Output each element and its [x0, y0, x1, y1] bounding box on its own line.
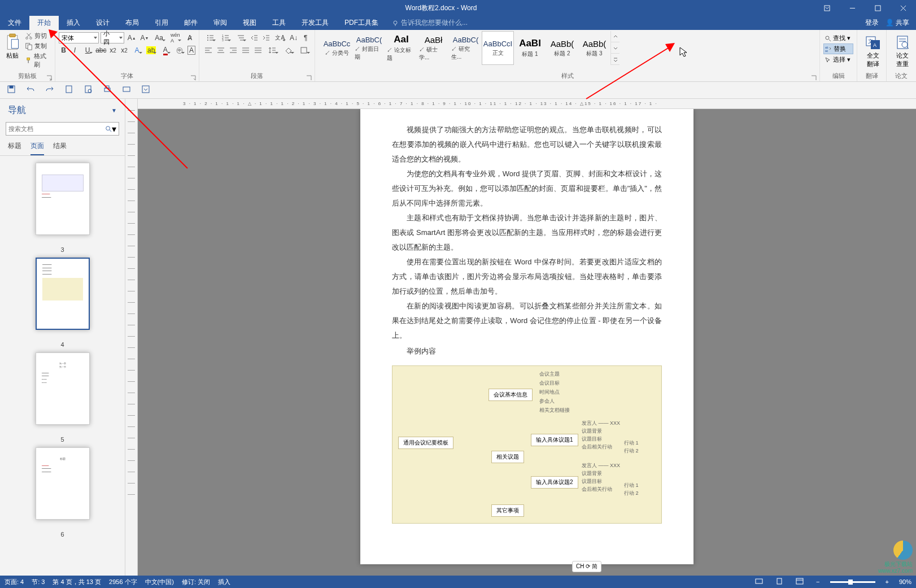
status-language[interactable]: 中文(中国) [145, 578, 174, 586]
styles-expand[interactable] [611, 54, 620, 65]
style-item-7[interactable]: AaBb(标题 2 [546, 31, 578, 65]
nav-search-icon-button[interactable]: ▾ [105, 124, 116, 134]
align-center-button[interactable] [215, 45, 226, 56]
italic-button[interactable]: I [70, 45, 80, 56]
sort-button[interactable]: A↓ [288, 32, 299, 43]
status-section[interactable]: 节: 3 [32, 578, 45, 586]
decrease-indent-button[interactable] [248, 32, 259, 43]
font-dialog-launcher[interactable] [190, 73, 197, 80]
login-link[interactable]: 登录 [865, 18, 879, 28]
share-button[interactable]: 👤 共享 [886, 18, 909, 28]
font-name-select[interactable]: 宋体 [59, 32, 99, 43]
style-item-0[interactable]: AaBbCc↙ 分类号 [321, 31, 353, 65]
qat-customize-button[interactable] [141, 85, 150, 96]
increase-indent-button[interactable] [261, 32, 272, 43]
translate-button[interactable]: 文A 全文 翻译 [861, 31, 886, 68]
align-justify-button[interactable] [240, 45, 251, 56]
status-track-changes[interactable]: 修订: 关闭 [182, 578, 210, 586]
number-list-button[interactable]: 123 [218, 32, 232, 43]
select-button[interactable]: 选择 ▾ [823, 55, 853, 64]
document-canvas[interactable]: 视频提供了功能强大的方法帮助您证明您的观点。当您单击联机视频时，可以在想要添加的… [138, 109, 916, 576]
char-border-button[interactable]: A [187, 46, 195, 55]
qat-new-button[interactable] [64, 85, 73, 96]
style-item-5[interactable]: AaBbCcI正文 [482, 31, 514, 65]
view-web-layout[interactable] [793, 577, 806, 586]
view-read-mode[interactable] [753, 577, 765, 586]
check-button[interactable]: 论文 查重 [890, 31, 915, 68]
close-button[interactable] [891, 0, 916, 16]
qat-print-button[interactable] [103, 85, 112, 96]
status-word-count[interactable]: 2956 个字 [109, 578, 137, 586]
clear-formatting-button[interactable]: A̷ [184, 32, 195, 43]
horizontal-ruler[interactable]: 3 · 1 · 2 · 1 · 1 · 1 · △ · 1 · 1 · 1 · … [138, 99, 916, 109]
zoom-slider[interactable] [830, 581, 875, 583]
enclose-char-button[interactable]: ㊥ [173, 45, 186, 56]
font-size-select[interactable]: 小四 [101, 32, 124, 43]
view-print-layout[interactable] [773, 577, 786, 586]
zoom-in-button[interactable]: + [883, 578, 891, 585]
tab-home[interactable]: 开始 [29, 16, 59, 30]
superscript-button[interactable]: x2 [120, 45, 129, 56]
find-button[interactable]: 查找 ▾ [823, 33, 853, 43]
nav-thumbnail-5[interactable]: 第一章第一节━━━━━━━━━━━━━ ━ ━━ ━ ━5 [36, 352, 90, 443]
tab-pdf[interactable]: PDF工具集 [337, 16, 386, 30]
show-marks-button[interactable]: ¶ [300, 32, 311, 43]
tell-me-search[interactable]: 告诉我您想要做什么... [386, 16, 473, 30]
align-right-button[interactable] [228, 45, 239, 56]
minimize-button[interactable] [840, 0, 865, 16]
subscript-button[interactable]: x2 [108, 45, 118, 56]
bullet-list-button[interactable] [203, 32, 217, 43]
multilevel-list-button[interactable] [233, 32, 247, 43]
style-item-8[interactable]: AaBb(标题 3 [578, 31, 610, 65]
tab-developer[interactable]: 开发工具 [294, 16, 337, 30]
vertical-ruler[interactable] [125, 99, 138, 576]
style-item-1[interactable]: AaBbC(↙ 封面日期 [353, 31, 385, 65]
cut-button[interactable]: 剪切 [24, 31, 51, 41]
nav-tab-results[interactable]: 结果 [53, 141, 67, 155]
nav-thumbnail-6[interactable]: 标题━━━━━━━━━━━━━━━━━━━━━━6 [36, 447, 90, 538]
borders-button[interactable] [296, 45, 311, 56]
nav-thumbnail-4[interactable]: ━━━━━━━━━━━━━━━━━━━━━━━━━━━━━━━━4 [36, 258, 90, 348]
status-insert-mode[interactable]: 插入 [218, 578, 230, 586]
replace-button[interactable]: abac替换 [823, 43, 853, 54]
highlight-button[interactable]: ab [145, 45, 158, 56]
styles-scroll-up[interactable] [611, 31, 620, 42]
align-left-button[interactable] [203, 45, 214, 56]
style-item-2[interactable]: AaI↙ 论文标题 [385, 31, 417, 65]
asian-layout-button[interactable]: 文A [273, 32, 287, 43]
clipboard-dialog-launcher[interactable] [46, 73, 53, 80]
maximize-button[interactable] [865, 0, 891, 16]
nav-tab-headings[interactable]: 标题 [8, 141, 21, 155]
style-item-3[interactable]: AaBł↙ 硕士学... [417, 31, 450, 65]
tab-file[interactable]: 文件 [0, 16, 29, 30]
shading-button[interactable] [281, 45, 295, 56]
underline-button[interactable]: U [81, 45, 94, 56]
navpane-dropdown[interactable]: ▼ [111, 107, 117, 114]
styles-scroll-down[interactable] [611, 42, 620, 54]
paste-button[interactable]: 粘贴 [3, 31, 21, 69]
ribbon-display-options[interactable] [814, 0, 840, 16]
qat-print-preview-button[interactable] [84, 85, 93, 96]
status-page[interactable]: 页面: 4 [5, 578, 24, 586]
tab-insert[interactable]: 插入 [59, 16, 88, 30]
strikethrough-button[interactable]: abc [95, 45, 106, 56]
status-page-of[interactable]: 第 4 页，共 13 页 [53, 578, 101, 586]
tab-view[interactable]: 视图 [235, 16, 264, 30]
text-effects-button[interactable]: A [131, 45, 143, 56]
styles-dialog-launcher[interactable] [811, 73, 818, 80]
line-spacing-button[interactable] [265, 45, 280, 56]
ime-badge[interactable]: CH ⟳ 简 [572, 561, 601, 572]
tab-tools[interactable]: 工具 [264, 16, 294, 30]
nav-tab-pages[interactable]: 页面 [30, 141, 44, 155]
zoom-out-button[interactable]: − [814, 578, 822, 585]
nav-search-box[interactable]: ▾ [6, 122, 119, 136]
change-case-button[interactable]: Aa [152, 32, 167, 43]
qat-undo-button[interactable] [26, 85, 35, 96]
style-item-6[interactable]: AaBI标题 1 [514, 31, 546, 65]
style-item-4[interactable]: AaBbC(↙ 研究生... [450, 31, 482, 65]
paragraph-dialog-launcher[interactable] [306, 73, 313, 80]
shrink-font-button[interactable]: A▼ [139, 32, 150, 43]
grow-font-button[interactable]: A▲ [126, 32, 137, 43]
tab-mailings[interactable]: 邮件 [176, 16, 206, 30]
tab-review[interactable]: 审阅 [206, 16, 235, 30]
